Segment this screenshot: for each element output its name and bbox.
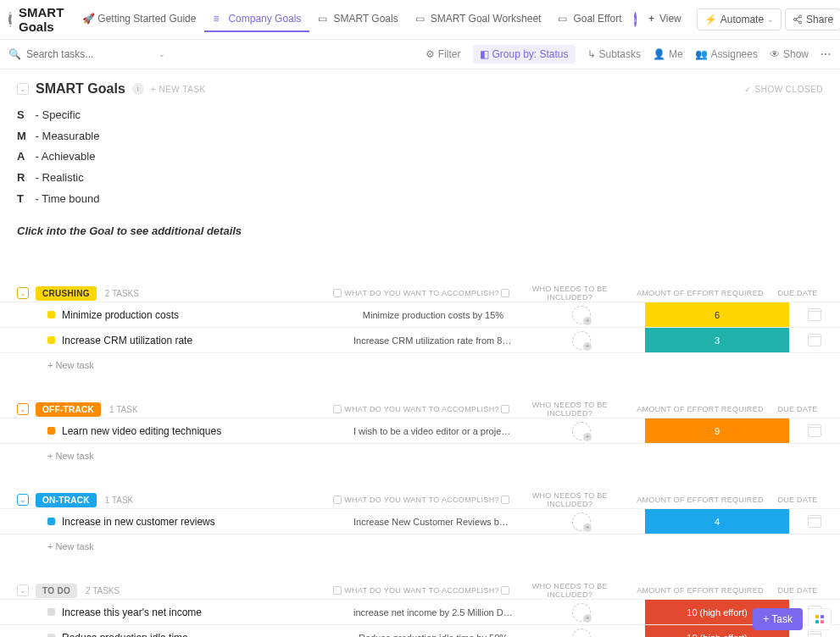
tab-smart-goal-worksheet[interactable]: ▭ SMART Goal Worksheet xyxy=(407,7,550,32)
task-count: 2 TASKS xyxy=(86,586,120,595)
status-pill[interactable]: CRUSHING xyxy=(36,286,97,301)
task-title: Minimize production costs xyxy=(62,309,179,321)
info-icon[interactable]: i xyxy=(132,83,144,95)
col-included: WHO NEEDS TO BE INCLUDED? xyxy=(501,285,628,302)
task-row[interactable]: Minimize production costsMinimize produc… xyxy=(0,302,840,327)
assignee-add-icon[interactable] xyxy=(572,306,591,324)
automate-button[interactable]: ⚡ Automate ⌄ xyxy=(697,8,782,30)
col-due: DUE DATE xyxy=(772,491,823,508)
effort-cell[interactable]: 6 xyxy=(645,302,789,327)
tab-goal-effort[interactable]: ▭ Goal Effort xyxy=(549,7,630,32)
effort-cell[interactable]: 9 xyxy=(645,418,789,443)
effort-cell[interactable]: 4 xyxy=(645,509,789,534)
task-row[interactable]: Learn new video editing techniquesI wish… xyxy=(0,418,840,443)
due-date-icon[interactable] xyxy=(808,334,821,346)
svg-point-0 xyxy=(799,15,802,18)
search-input[interactable] xyxy=(26,48,153,60)
task-row[interactable]: Increase this year's net incomeincrease … xyxy=(0,599,840,624)
task-title: Increase in new customer reviews xyxy=(62,516,215,528)
task-count: 2 TASKS xyxy=(105,289,139,298)
search-caret-icon[interactable]: ⌄ xyxy=(159,50,165,58)
status-pill[interactable]: OFF-TRACK xyxy=(36,402,101,417)
due-date-icon[interactable] xyxy=(808,308,821,321)
app-icon[interactable] xyxy=(8,12,12,27)
status-pill[interactable]: TO DO xyxy=(36,584,77,598)
col-due: DUE DATE xyxy=(772,285,823,302)
new-task-link[interactable]: + NEW TASK xyxy=(151,85,206,94)
tab-icon: ▭ xyxy=(558,13,570,25)
task-row[interactable]: Increase CRM utilization rateIncrease CR… xyxy=(0,327,840,352)
due-date-icon[interactable] xyxy=(808,424,821,437)
filter-button[interactable]: ⚙ Filter xyxy=(426,48,461,60)
new-task-fab[interactable]: + Task xyxy=(753,608,803,630)
col-effort: AMOUNT OF EFFORT REQUIRED xyxy=(628,491,772,508)
task-row[interactable]: Increase in new customer reviewsIncrease… xyxy=(0,508,840,534)
task-title: Increase CRM utilization rate xyxy=(62,335,192,346)
me-button[interactable]: 👤 Me xyxy=(653,48,683,60)
list-description-footer: Click into the Goal to see additional de… xyxy=(17,221,823,242)
due-date-icon[interactable] xyxy=(808,631,821,637)
col-accomplish: WHAT DO YOU WANT TO ACCOMPLISH? xyxy=(331,401,501,418)
page-title: SMART Goals xyxy=(19,5,64,34)
col-due: DUE DATE xyxy=(772,401,823,418)
search-box[interactable]: 🔍 ⌄ xyxy=(8,48,165,60)
add-view-button[interactable]: View xyxy=(640,7,690,32)
effort-cell[interactable]: 3 xyxy=(645,328,789,352)
group-collapse-icon[interactable]: ⌄ xyxy=(17,494,29,506)
col-effort: AMOUNT OF EFFORT REQUIRED xyxy=(628,285,772,302)
task-accomplish: Reduce production idle time by 50% xyxy=(348,633,518,637)
status-pill[interactable]: ON-TRACK xyxy=(36,493,97,507)
task-title: Learn new video editing techniques xyxy=(62,425,221,437)
more-views-icon[interactable]: › xyxy=(634,12,637,27)
tab-smart-goals[interactable]: ▭ SMART Goals xyxy=(309,7,406,32)
tab-company-goals[interactable]: ≡ Company Goals xyxy=(204,7,309,32)
new-task-row[interactable]: + New task xyxy=(0,443,840,461)
task-accomplish: increase net income by 2.5 Million Dolla… xyxy=(348,607,518,618)
assignee-add-icon[interactable] xyxy=(572,603,591,622)
new-task-row[interactable]: + New task xyxy=(0,352,840,370)
group-collapse-icon[interactable]: ⌄ xyxy=(17,287,29,299)
assignee-add-icon[interactable] xyxy=(572,512,591,531)
due-date-icon[interactable] xyxy=(808,515,821,528)
new-task-row[interactable]: + New task xyxy=(0,534,840,551)
svg-point-2 xyxy=(799,21,802,24)
tab-icon: 🚀 xyxy=(82,13,94,25)
task-count: 1 TASK xyxy=(109,405,138,414)
col-effort: AMOUNT OF EFFORT REQUIRED xyxy=(628,582,772,599)
col-effort: AMOUNT OF EFFORT REQUIRED xyxy=(628,401,772,418)
more-options-icon[interactable]: ··· xyxy=(821,48,832,60)
group-by-button[interactable]: ◧ Group by: Status xyxy=(473,45,576,64)
task-row[interactable]: Reduce production idle timeReduce produc… xyxy=(0,624,840,637)
assignee-add-icon[interactable] xyxy=(572,629,591,637)
col-accomplish: WHAT DO YOU WANT TO ACCOMPLISH? xyxy=(331,285,501,302)
col-included: WHO NEEDS TO BE INCLUDED? xyxy=(501,491,628,508)
search-icon: 🔍 xyxy=(8,48,21,60)
assignee-add-icon[interactable] xyxy=(572,422,591,440)
group-collapse-icon[interactable]: ⌄ xyxy=(17,403,29,415)
status-square-icon xyxy=(47,311,55,318)
show-button[interactable]: 👁 Show xyxy=(770,48,809,60)
task-title: Increase this year's net income xyxy=(62,607,202,618)
status-square-icon xyxy=(47,634,55,637)
show-closed-button[interactable]: ✓ SHOW CLOSED xyxy=(744,85,823,94)
col-accomplish: WHAT DO YOU WANT TO ACCOMPLISH? xyxy=(331,582,501,599)
assignees-button[interactable]: 👥 Assignees xyxy=(695,48,758,60)
apps-button[interactable] xyxy=(808,608,832,630)
list-collapse-icon[interactable]: ⌄ xyxy=(17,83,29,95)
task-accomplish: Increase New Customer Reviews by 30% Yea… xyxy=(348,517,518,527)
share-button[interactable]: Share xyxy=(785,8,840,30)
status-square-icon xyxy=(47,518,55,525)
group-collapse-icon[interactable]: ⌄ xyxy=(17,584,29,596)
assignee-add-icon[interactable] xyxy=(572,331,591,350)
tab-icon: ≡ xyxy=(213,13,225,25)
col-due: DUE DATE xyxy=(772,582,823,599)
subtasks-button[interactable]: ↳ Subtasks xyxy=(587,48,641,60)
list-description: S - SpecificM - MeasurableA - Achievable… xyxy=(17,105,823,209)
task-accomplish: I wish to be a video editor or a project… xyxy=(348,426,518,436)
col-accomplish: WHAT DO YOU WANT TO ACCOMPLISH? xyxy=(331,491,501,508)
tab-getting-started-guide[interactable]: 🚀 Getting Started Guide xyxy=(74,7,204,32)
col-included: WHO NEEDS TO BE INCLUDED? xyxy=(501,401,628,418)
svg-point-1 xyxy=(794,19,797,21)
col-included: WHO NEEDS TO BE INCLUDED? xyxy=(501,582,628,599)
tab-icon: ▭ xyxy=(318,13,330,25)
